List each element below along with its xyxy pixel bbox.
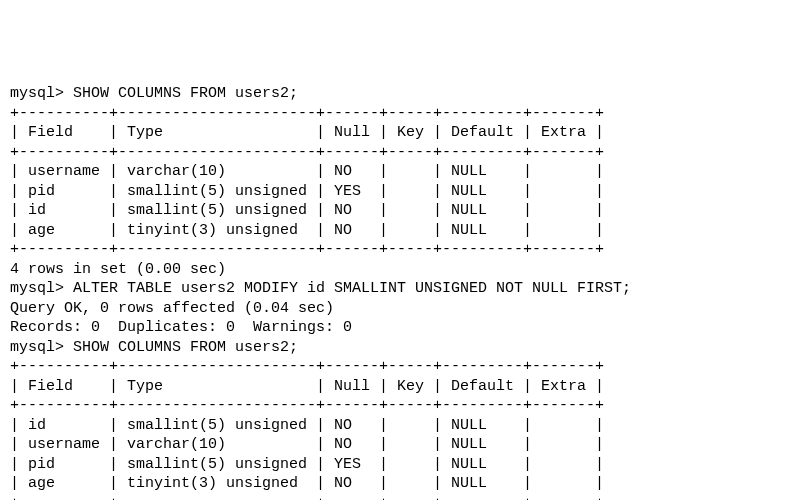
terminal-line: mysql> ALTER TABLE users2 MODIFY id SMAL… (10, 279, 796, 299)
terminal-line: 4 rows in set (0.00 sec) (10, 260, 796, 280)
terminal-line: | age | tinyint(3) unsigned | NO | | NUL… (10, 221, 796, 241)
terminal-output: mysql> SHOW COLUMNS FROM users2;+-------… (10, 84, 796, 500)
terminal-line: | username | varchar(10) | NO | | NULL |… (10, 435, 796, 455)
terminal-line: +----------+----------------------+-----… (10, 357, 796, 377)
terminal-line: +----------+----------------------+-----… (10, 494, 796, 501)
terminal-line: +----------+----------------------+-----… (10, 396, 796, 416)
terminal-line: mysql> SHOW COLUMNS FROM users2; (10, 84, 796, 104)
terminal-line: Query OK, 0 rows affected (0.04 sec) (10, 299, 796, 319)
terminal-line: | id | smallint(5) unsigned | NO | | NUL… (10, 201, 796, 221)
terminal-line: | pid | smallint(5) unsigned | YES | | N… (10, 182, 796, 202)
terminal-line: | Field | Type | Null | Key | Default | … (10, 123, 796, 143)
terminal-line: +----------+----------------------+-----… (10, 104, 796, 124)
terminal-line: mysql> SHOW COLUMNS FROM users2; (10, 338, 796, 358)
terminal-line: | age | tinyint(3) unsigned | NO | | NUL… (10, 474, 796, 494)
terminal-line: +----------+----------------------+-----… (10, 240, 796, 260)
terminal-line: | username | varchar(10) | NO | | NULL |… (10, 162, 796, 182)
terminal-line: +----------+----------------------+-----… (10, 143, 796, 163)
terminal-line: | pid | smallint(5) unsigned | YES | | N… (10, 455, 796, 475)
terminal-line: | Field | Type | Null | Key | Default | … (10, 377, 796, 397)
terminal-line: Records: 0 Duplicates: 0 Warnings: 0 (10, 318, 796, 338)
terminal-line: | id | smallint(5) unsigned | NO | | NUL… (10, 416, 796, 436)
